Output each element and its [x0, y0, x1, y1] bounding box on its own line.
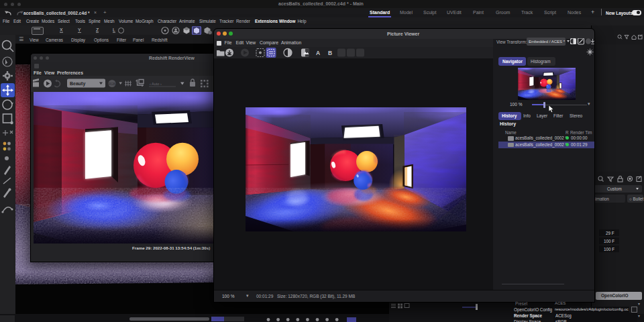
- svg-text:Beauty: Beauty: [70, 81, 85, 87]
- svg-text:‹ Auto ›: ‹ Auto ›: [150, 82, 162, 86]
- svg-text:RGB: RGB: [109, 83, 115, 86]
- svg-text:A: A: [316, 50, 320, 56]
- svg-text:B: B: [328, 50, 332, 56]
